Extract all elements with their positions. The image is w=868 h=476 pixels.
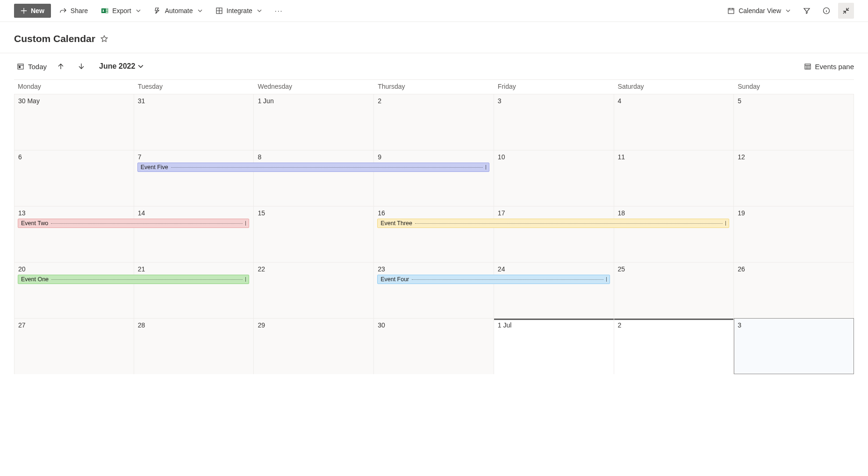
date-number: 29 (258, 321, 370, 329)
calendar-cell[interactable]: 21 (134, 262, 254, 318)
calendar-cell[interactable]: 18 (614, 206, 734, 262)
view-selector[interactable]: Calendar View (723, 4, 795, 17)
date-number: 4 (618, 97, 730, 105)
calendar-cell[interactable]: 23Event Four (374, 262, 494, 318)
event-title: Event Five (141, 164, 168, 171)
date-number: 31 (138, 97, 250, 105)
date-number: 2 (618, 321, 730, 329)
plus-icon (21, 7, 27, 14)
calendar-cell[interactable]: 1 Jul (494, 318, 614, 374)
chevron-down-icon (257, 8, 262, 13)
event-bar[interactable]: Event Two (18, 219, 249, 228)
month-picker[interactable]: June 2022 (99, 62, 143, 71)
info-button[interactable] (818, 3, 834, 19)
chevron-down-icon (786, 8, 790, 13)
calendar-cell[interactable]: 10 (494, 150, 614, 206)
command-bar-right: Calendar View (723, 3, 854, 19)
share-button[interactable]: Share (55, 4, 93, 17)
export-button[interactable]: Export (96, 4, 145, 17)
collapse-button[interactable] (838, 3, 854, 19)
favorite-star-button[interactable] (100, 35, 108, 43)
events-pane-icon (804, 63, 811, 70)
prev-month-button[interactable] (54, 60, 67, 73)
calendar-cell[interactable]: 2 (614, 318, 734, 374)
today-icon (17, 63, 24, 70)
calendar-cell[interactable]: 12 (734, 150, 854, 206)
today-button[interactable]: Today (17, 63, 47, 71)
event-end-tick (245, 221, 246, 226)
calendar-cell[interactable]: 5 (734, 94, 854, 150)
calendar-cell[interactable]: 7Event Five (134, 150, 254, 206)
integrate-icon (215, 7, 223, 14)
weekday-header: Saturday (614, 80, 734, 94)
calendar-cell[interactable]: 8 (254, 150, 374, 206)
calendar-cell[interactable]: 27 (14, 318, 134, 374)
calendar-cell[interactable]: 31 (134, 94, 254, 150)
view-label: Calendar View (739, 7, 781, 14)
calendar-cell[interactable]: 29 (254, 318, 374, 374)
calendar-cell[interactable]: 4 (614, 94, 734, 150)
new-button[interactable]: New (14, 4, 51, 18)
calendar-cell[interactable]: 22 (254, 262, 374, 318)
calendar-cell[interactable]: 6 (14, 150, 134, 206)
event-bar[interactable]: Event Four (377, 275, 610, 284)
svg-rect-5 (728, 8, 734, 14)
calendar-cell[interactable]: 25 (614, 262, 734, 318)
share-icon (59, 7, 67, 14)
page-title: Custom Calendar (14, 33, 95, 44)
date-number: 8 (258, 153, 370, 161)
date-number: 26 (738, 265, 850, 273)
date-number: 17 (498, 209, 610, 217)
calendar-cell[interactable]: 16Event Three (374, 206, 494, 262)
event-span-line (415, 223, 723, 224)
date-number: 27 (18, 321, 130, 329)
integrate-button[interactable]: Integrate (211, 4, 266, 17)
date-number: 13 (18, 209, 130, 217)
calendar-cell[interactable]: 15 (254, 206, 374, 262)
date-number: 24 (498, 265, 610, 273)
svg-rect-3 (106, 12, 108, 13)
date-number: 12 (738, 153, 850, 161)
calendar-cell[interactable]: 3 (734, 318, 854, 374)
calendar-cell[interactable]: 30 (374, 318, 494, 374)
next-month-button[interactable] (75, 60, 88, 73)
filter-button[interactable] (799, 3, 815, 19)
svg-rect-8 (19, 66, 21, 68)
calendar-cell[interactable]: 3 (494, 94, 614, 150)
calendar-cell[interactable]: 2 (374, 94, 494, 150)
calendar-cell[interactable]: 26 (734, 262, 854, 318)
calendar-cell[interactable]: 20Event One (14, 262, 134, 318)
overflow-button[interactable]: ··· (270, 4, 288, 17)
event-bar[interactable]: Event Three (377, 219, 729, 228)
calendar-cell[interactable]: 9 (374, 150, 494, 206)
calendar-cell[interactable]: 28 (134, 318, 254, 374)
date-number: 18 (618, 209, 730, 217)
automate-button[interactable]: Automate (149, 4, 207, 17)
date-number: 7 (138, 153, 250, 161)
calendar-cell[interactable]: 13Event Two (14, 206, 134, 262)
date-number: 30 May (18, 97, 130, 105)
calendar-cell[interactable]: 14 (134, 206, 254, 262)
calendar-cell[interactable]: 11 (614, 150, 734, 206)
command-bar: New Share Export Automate (0, 0, 868, 22)
chevron-down-icon (136, 8, 141, 13)
date-number: 16 (378, 209, 490, 217)
share-label: Share (71, 7, 88, 14)
date-number: 22 (258, 265, 370, 273)
event-bar[interactable]: Event Five (137, 163, 489, 172)
calendar-cell[interactable]: 17 (494, 206, 614, 262)
date-number: 14 (138, 209, 250, 217)
calendar-cell[interactable]: 19 (734, 206, 854, 262)
svg-rect-1 (106, 8, 108, 10)
export-label: Export (112, 7, 131, 14)
calendar-cell[interactable]: 1 Jun (254, 94, 374, 150)
calendar-cell[interactable]: 30 May (14, 94, 134, 150)
date-number: 9 (378, 153, 490, 161)
event-bar[interactable]: Event One (18, 275, 249, 284)
calendar-icon (727, 7, 735, 14)
command-bar-left: New Share Export Automate (14, 4, 288, 18)
calendar-cell[interactable]: 24 (494, 262, 614, 318)
event-title: Event Three (380, 220, 412, 227)
events-pane-button[interactable]: Events pane (804, 63, 854, 71)
event-span-line (51, 279, 243, 280)
